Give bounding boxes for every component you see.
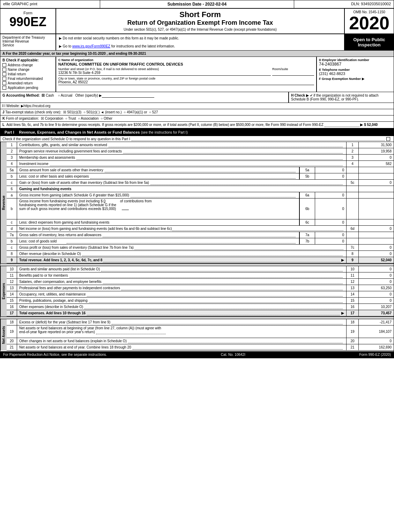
checkbox-initial-return[interactable] [2,72,6,76]
table-row: 13 Professional fees and other payments … [7,285,394,291]
section-divider-2 [0,316,394,319]
efile-text: efile GRAPHIC print [3,2,37,6]
section-divider [0,263,394,266]
check-name-change: Name change [2,68,53,72]
table-row: 19 Net assets or fund balances at beginn… [7,325,394,338]
table-row: c Gross profit or (loss) from sales of i… [7,245,394,251]
table-row: c Gain or (loss) from sale of assets oth… [7,180,394,186]
table-row: 9 Total revenue. Add lines 1, 2, 3, 4, 5… [7,257,394,263]
short-form-title: Short Form [58,10,343,19]
open-to-public: Open to Public Inspection [345,34,394,50]
table-row: b Less: cost of goods sold 7b 0 [7,238,394,245]
check-application-pending: Application pending [2,86,53,90]
address-value: 13236 N 7th St Suite 4-259 [58,71,271,76]
accrual-checkbox[interactable]: ○ Accrual [58,93,73,97]
tax-501c3[interactable]: ☒ 501(c)(3) [63,110,81,114]
year-display: 2020 [349,14,389,32]
instruction-row-2: ▶ Go to www.irs.gov/Form990EZ for instru… [59,44,341,49]
org-other[interactable]: ○ Other [101,117,112,120]
org-corporation[interactable]: ☒ Corporation [41,117,63,120]
expenses-side-label: Expenses [0,266,7,316]
city-row: City or town, state or province, country… [58,77,314,85]
table-row: 2 Program service revenue including gove… [7,148,394,155]
table-row: b Gross income from fundraising events (… [7,198,394,219]
city-value: Phoenix, AZ 85022 [58,80,314,85]
checkbox-final-return[interactable] [2,77,6,81]
table-row: 5a Gross amount from sale of assets othe… [7,167,394,173]
table-row: 14 Occupancy, rent, utilities, and maint… [7,291,394,298]
efile-label: efile GRAPHIC print [0,0,100,8]
net-assets-side-label: Net Assets [0,319,7,351]
tax-status-row: J Tax-exempt status (check only one): ☒ … [0,109,394,115]
check-b-title: B Check if applicable: [2,58,53,62]
website-label: I Website: ▶https://ncutcd.org [5,104,51,108]
form-ref: Form 990-EZ (2020) [359,353,391,357]
table-row: 16 Other expenses (describe in Schedule … [7,304,394,310]
accounting-h-row: G Accounting Method: ☒ Cash ○ Accrual Ot… [0,92,394,103]
cat-no: Cat. No. 10642I [221,353,245,357]
form-title-area: Short Form Return of Organization Exempt… [56,9,345,33]
part-i-schedule-o-check: Check if the organization used Schedule … [0,136,394,142]
cash-checkbox[interactable]: ☒ Cash [42,93,55,97]
room-field: Room/suite [272,67,314,76]
checkbox-address-change[interactable] [2,63,6,67]
table-row: 17 Total expenses. Add lines 10 through … [7,310,394,316]
main-header: Form 990EZ Short Form Return of Organiza… [0,9,394,34]
net-assets-section: Net Assets 18 Excess or (deficit) for th… [0,319,394,351]
checkbox-name-change[interactable] [2,68,6,72]
phone-value: (231) 462-8823 [319,72,392,76]
employer-id: D Employer identification number 74-2403… [317,57,394,92]
revenue-side-label: Revenue [0,142,7,263]
instructions-main: ▶ Do not enter social security numbers o… [56,34,345,50]
top-bar: efile GRAPHIC print Submission Date - 20… [0,0,394,9]
check-section: B Check if applicable: Address change Na… [0,57,394,92]
instructions-area: Department of the Treasury Internal Reve… [0,34,394,51]
checkbox-schedule-o[interactable] [386,137,390,141]
table-row: 21 Net assets or fund balances at end of… [7,344,394,351]
table-row: 12 Salaries, other compensation, and emp… [7,279,394,285]
form-number-area: Form 990EZ [0,9,56,33]
org-association[interactable]: ○ Association [78,117,98,120]
dln: DLN: 93492035010002 [294,0,394,8]
submission-date: Submission Date - 2022-02-04 [100,0,294,8]
table-row: b Less: cost or other basis and sales ex… [7,173,394,180]
instruction-row-1: ▶ Do not enter social security numbers o… [59,36,341,41]
table-row: d Net income or (loss) from gaming and f… [7,226,394,232]
section-a: A For the 2020 calendar year, or tax yea… [0,51,394,57]
check-amended-return: Amended return [2,81,53,85]
table-row: 3 Membership dues and assessments 3 0 [7,155,394,161]
table-row: 8 Other revenue (describe in Schedule O)… [7,251,394,257]
form-990ez: efile GRAPHIC print Submission Date - 20… [0,0,394,358]
tax-527[interactable]: ○ 527 [149,110,158,114]
tax-4947[interactable]: ○ 4947(a)(1) or [124,110,147,114]
footer-bar: For Paperwork Reduction Act Notice, see … [0,351,394,358]
table-row: c Less: direct expenses from gaming and … [7,219,394,226]
checkbox-amended-return[interactable] [2,81,6,85]
check-b: B Check if applicable: Address change Na… [0,57,56,92]
revenue-section: Revenue 1 Contributions, gifts, grants, … [0,142,394,263]
table-row: 4 Investment income 4 582 [7,161,394,167]
org-trust[interactable]: ○ Trust [65,117,76,120]
return-title: Return of Organization Exempt From Incom… [58,19,343,27]
address-field: Number and street (or P.O. box, if mail … [58,67,271,76]
irs-link[interactable]: www.irs.gov/Form990EZ [72,44,110,48]
table-row: 15 Printing, publications, postage, and … [7,298,394,304]
form-code: 990EZ [9,16,46,28]
check-initial-return: Initial return [2,72,53,76]
dept-info: Department of the Treasury Internal Reve… [0,34,56,50]
h-check-area: H Check ▶ ✔ if the organization is not r… [289,92,394,103]
checkbox-application-pending[interactable] [2,86,6,90]
table-row: 10 Grants and similar amounts paid (list… [7,266,394,272]
room-value [272,71,314,76]
year-area: OMB No. 1545-1150 2020 [345,9,394,33]
part-i-header: Part I Revenue, Expenses, and Changes in… [0,128,394,136]
table-row: 6 Gaming and fundraising events [7,186,394,192]
tax-501c[interactable]: ○ 501(c)( ) ◄ (insert no.) [83,110,122,114]
org-info: C Name of organization NATIONAL COMMITTE… [56,57,317,92]
table-row: 18 Excess or (deficit) for the year (Sub… [7,319,394,325]
form-org-row: K Form of organization: ☒ Corporation ○ … [0,115,394,122]
table-row: 11 Benefits paid to or for members 11 0 [7,272,394,279]
website-row: I I Website: ▶https://ncutcd.org [0,103,394,109]
table-row: 20 Other changes in net assets or fund b… [7,338,394,344]
under-section: Under section 501(c), 527, or 4947(a)(1)… [58,28,343,31]
